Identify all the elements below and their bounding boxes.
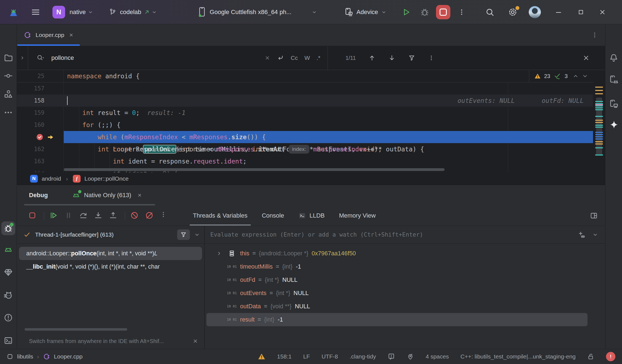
- close-window-icon[interactable]: [599, 9, 606, 16]
- eval-expand-chevron-icon[interactable]: [592, 232, 598, 237]
- tab-lldb[interactable]: LLDB: [291, 205, 332, 226]
- step-into-icon[interactable]: [94, 211, 103, 220]
- error-stripe-mark[interactable]: [595, 105, 603, 106]
- chevron-down-icon[interactable]: [152, 10, 157, 15]
- error-stripe-mark[interactable]: [595, 143, 603, 144]
- variable-row[interactable]: 1001 outData= {void **} NULL: [206, 300, 588, 313]
- frames-horizontal-scrollbar[interactable]: [25, 328, 127, 331]
- lock-open-icon[interactable]: [587, 353, 594, 360]
- thread-filter-button[interactable]: [177, 229, 190, 240]
- running-devices-tool-icon[interactable]: [609, 99, 618, 108]
- profiler-tool-icon[interactable]: [4, 290, 13, 300]
- error-stripe-mark[interactable]: [595, 109, 603, 110]
- caret-position[interactable]: 158:1: [277, 353, 292, 360]
- newline-icon[interactable]: [277, 54, 284, 61]
- search-filter-icon[interactable]: [408, 54, 415, 61]
- debug-session-tab[interactable]: Native Only (613): [72, 191, 142, 199]
- remove-breakpoints-icon[interactable]: [145, 211, 154, 220]
- layout-settings-icon[interactable]: [590, 212, 598, 220]
- chevron-down-icon[interactable]: [312, 10, 317, 15]
- breadcrumb-item[interactable]: Looper::pollOnce: [84, 175, 129, 182]
- analyzer-status[interactable]: .clang-tidy: [350, 353, 376, 360]
- search-input[interactable]: pollonce Cc W .*: [28, 46, 328, 70]
- code-editor[interactable]: 25 namespace android { 157 158 outEvents…: [17, 70, 605, 173]
- settings-gear-icon[interactable]: [508, 7, 518, 17]
- inspections-widget[interactable]: 23 3: [529, 70, 593, 82]
- close-session-icon[interactable]: [137, 193, 142, 198]
- device-selector[interactable]: Google Cuttlefish x86_64 ph...: [210, 9, 309, 16]
- cpp-toolchain[interactable]: C++: libutils_test_compile|...unk_stagin…: [460, 353, 576, 360]
- stack-frame[interactable]: __libc_init(void *, void (*)(), int (*)(…: [19, 260, 202, 273]
- device-manager-tool-icon[interactable]: [609, 75, 618, 84]
- editor-horizontal-scrollbar[interactable]: [64, 168, 445, 171]
- minimize-window-icon[interactable]: [555, 8, 562, 16]
- terminal-tool-icon[interactable]: [4, 336, 13, 345]
- error-stripe-mark[interactable]: [595, 136, 603, 137]
- error-stripe-mark[interactable]: [595, 125, 603, 126]
- add-watch-icon[interactable]: [577, 231, 585, 239]
- error-stripe-mark[interactable]: [595, 141, 603, 142]
- error-stripe-mark[interactable]: [595, 154, 603, 156]
- step-over-icon[interactable]: [79, 211, 88, 220]
- notifications-bell-icon[interactable]: [609, 53, 618, 63]
- thread-dropdown-chevron-icon[interactable]: [194, 232, 200, 237]
- prev-problem-chevron-icon[interactable]: [573, 73, 579, 79]
- tab-console[interactable]: Console: [255, 205, 291, 226]
- tab-threads-variables[interactable]: Threads & Variables: [186, 205, 255, 226]
- vcs-branch-selector[interactable]: codelab: [120, 9, 141, 16]
- commit-tool-icon[interactable]: [4, 71, 13, 81]
- expand-chevron-icon[interactable]: [216, 251, 227, 256]
- status-module-name[interactable]: libutils: [17, 353, 33, 360]
- project-tool-icon[interactable]: [4, 53, 13, 63]
- editor-tab-looper-cpp[interactable]: Looper.cpp: [17, 24, 80, 46]
- error-stripe[interactable]: [593, 70, 605, 173]
- clear-search-icon[interactable]: [265, 55, 270, 61]
- line-separator[interactable]: LF: [303, 353, 310, 360]
- indent-setting[interactable]: 4 spaces: [426, 353, 449, 360]
- project-icon-badge[interactable]: N: [52, 6, 65, 18]
- error-stripe-mark[interactable]: [595, 134, 603, 135]
- user-avatar[interactable]: [529, 6, 541, 18]
- search-options-kebab-icon[interactable]: [428, 55, 435, 61]
- problems-tool-icon[interactable]: [4, 313, 13, 322]
- close-tab-icon[interactable]: [69, 33, 74, 38]
- structure-tool-icon[interactable]: [4, 89, 13, 99]
- debugger-more-kebab-icon[interactable]: [160, 211, 169, 220]
- match-case-toggle[interactable]: Cc: [291, 55, 298, 61]
- error-stripe-mark[interactable]: [595, 127, 603, 128]
- status-warning-icon[interactable]: [258, 353, 265, 360]
- error-stripe-mark[interactable]: [595, 147, 603, 148]
- error-notification-badge[interactable]: [606, 352, 615, 361]
- search-everywhere-icon[interactable]: [485, 7, 495, 17]
- whole-words-toggle[interactable]: W: [304, 55, 310, 61]
- next-occurrence-icon[interactable]: [388, 54, 395, 61]
- thread-selector[interactable]: Thread-1-[surfaceflinger] (613): [17, 226, 204, 243]
- stop-process-icon[interactable]: [28, 211, 37, 220]
- variable-row-selected[interactable]: 1001 result= {int} -1: [206, 313, 588, 326]
- dismiss-hint-icon[interactable]: [193, 338, 198, 344]
- variable-row[interactable]: 1001 outFd= {int *} NULL: [206, 273, 588, 287]
- app-quality-insights-icon[interactable]: [4, 268, 13, 277]
- error-stripe-mark[interactable]: [595, 87, 603, 88]
- status-breadcrumb[interactable]: libutils › Looper.cpp: [7, 353, 83, 360]
- breakpoint-icon[interactable]: [36, 133, 44, 141]
- evaluate-expression-bar[interactable]: Evaluate expression (Enter) or add a wat…: [205, 226, 605, 243]
- error-stripe-mark[interactable]: [595, 138, 603, 140]
- error-stripe-mark[interactable]: [595, 122, 603, 123]
- variable-row[interactable]: 1001 outEvents= {int *} NULL: [206, 287, 588, 300]
- gemini-ai-tool-icon[interactable]: [609, 120, 618, 129]
- debug-tool-icon-selected[interactable]: [1, 221, 15, 235]
- inspection-bubble-icon[interactable]: [387, 353, 395, 360]
- error-stripe-mark[interactable]: [595, 90, 603, 91]
- search-mode-icon[interactable]: [36, 54, 45, 62]
- error-stripe-mark[interactable]: [595, 93, 603, 94]
- run-button[interactable]: [402, 8, 411, 17]
- variable-row-this[interactable]: this= {android::Looper *} 0x7967aa146f50: [206, 247, 588, 260]
- chevron-down-icon[interactable]: [381, 10, 386, 15]
- mute-breakpoints-icon[interactable]: [130, 211, 139, 220]
- stack-frame-selected[interactable]: android::Looper::pollOnce(int, int *, in…: [19, 247, 202, 260]
- error-stripe-mark[interactable]: [595, 101, 603, 102]
- tab-memory-view[interactable]: Memory View: [332, 205, 383, 226]
- project-selector[interactable]: native: [70, 9, 86, 16]
- error-stripe-mark[interactable]: [595, 132, 603, 133]
